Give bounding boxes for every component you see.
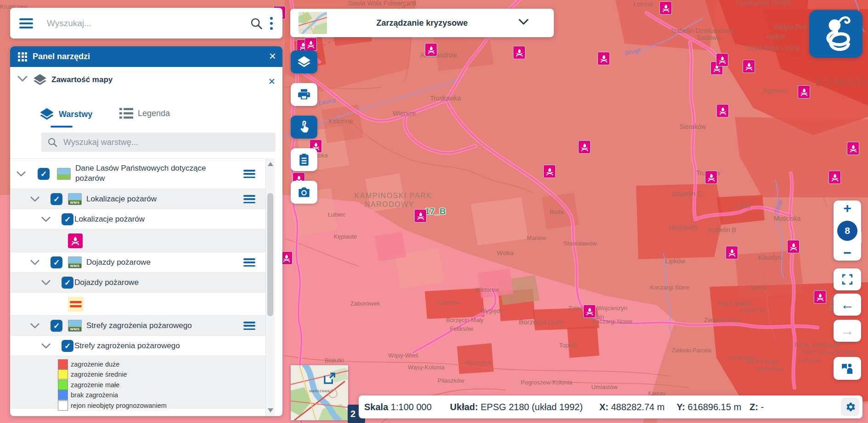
layer-symbol-row — [10, 292, 265, 315]
settings-button[interactable] — [841, 398, 859, 416]
layer-tree-row: ✓Lokalizacje pożarów — [10, 209, 265, 229]
chevron-down-icon[interactable] — [30, 323, 39, 331]
fire-location-marker[interactable] — [787, 240, 800, 253]
fullscreen-button[interactable] — [834, 268, 861, 290]
zoom-out-button[interactable]: − — [843, 246, 851, 260]
layer-menu-icon[interactable] — [243, 258, 255, 267]
fire-location-marker[interactable] — [513, 46, 525, 59]
screenshot-tool-button[interactable] — [291, 181, 317, 204]
gis-application: KrubiczewSowia Wola FolwarcznaŁomnaDziek… — [0, 0, 868, 423]
fire-location-marker[interactable] — [597, 52, 610, 65]
layers-tool-button[interactable] — [291, 50, 317, 73]
fire-location-marker[interactable] — [726, 246, 738, 259]
layer-label[interactable]: Strefy zagrożenia pożarowego — [74, 341, 180, 351]
layer-label[interactable]: Dane Lasów Państwowych dotyczące pożarów — [75, 163, 213, 184]
scroll-down-icon[interactable] — [268, 408, 273, 412]
report-tool-button[interactable] — [291, 148, 317, 171]
scale-value[interactable]: 1:100 000 — [391, 402, 432, 412]
select-tool-button[interactable] — [291, 116, 317, 139]
panel-close-icon[interactable]: × — [269, 49, 276, 63]
active-tab-underline — [51, 126, 73, 128]
legend-item: zagrożenie małe — [58, 379, 119, 390]
geoportal-logo[interactable] — [809, 10, 862, 58]
search-icon — [47, 137, 58, 148]
chevron-down-icon[interactable] — [41, 343, 51, 351]
wms-layer-icon: WMS — [68, 320, 82, 332]
map-context-dropdown[interactable]: Zarządzanie kryzysowe — [290, 9, 554, 37]
global-search-bar — [10, 8, 282, 39]
legend-item-label: brak zagrożenia — [71, 391, 118, 399]
search-input[interactable] — [46, 18, 249, 29]
layer-checkbox[interactable]: ✓ — [51, 320, 62, 332]
layer-menu-icon[interactable] — [243, 170, 255, 178]
tools-grid-icon — [18, 52, 27, 61]
arrow-left-icon: ← — [840, 297, 854, 312]
layer-label[interactable]: Lokalizacje pożarów — [74, 214, 145, 224]
fire-location-marker[interactable] — [578, 140, 591, 154]
chevron-down-icon[interactable] — [30, 259, 39, 267]
legend-color-swatch — [58, 359, 68, 369]
chevron-down-icon[interactable] — [41, 216, 51, 224]
layer-label[interactable]: Dojazdy pożarowe — [86, 257, 151, 267]
layer-checkbox[interactable]: ✓ — [51, 256, 62, 268]
legend-color-swatch — [58, 369, 68, 379]
fire-location-marker[interactable] — [847, 142, 859, 155]
section-close-icon[interactable]: × — [268, 75, 275, 88]
layer-checkbox[interactable]: ✓ — [62, 277, 73, 289]
chevron-down-icon[interactable] — [17, 171, 26, 179]
tab-warstwy[interactable]: Warstwy — [39, 107, 92, 121]
x-coordinate-value: 488282.74 m — [611, 402, 665, 412]
fire-location-marker[interactable] — [716, 104, 729, 117]
fire-location-marker[interactable] — [743, 60, 755, 73]
fire-location-marker[interactable] — [425, 43, 437, 56]
layer-checkbox[interactable]: ✓ — [51, 193, 62, 205]
fire-location-marker[interactable] — [705, 171, 717, 184]
fire-location-marker[interactable] — [414, 209, 427, 223]
layer-checkbox[interactable]: ✓ — [62, 213, 73, 225]
scrollbar-thumb[interactable] — [267, 193, 273, 316]
main-menu-icon[interactable] — [19, 18, 33, 28]
z-label: Z: — [750, 402, 758, 412]
scroll-up-icon[interactable] — [268, 162, 273, 166]
zoom-in-button[interactable]: + — [843, 201, 851, 215]
more-options-icon[interactable] — [270, 16, 273, 31]
layer-checkbox[interactable]: ✓ — [62, 340, 73, 352]
layer-menu-icon[interactable] — [243, 322, 255, 330]
tools-panel: Panel narzędzi × Zawartość mapy × Warstw… — [10, 46, 282, 416]
chevron-down-icon[interactable] — [30, 196, 39, 204]
panel-scrollbar[interactable] — [265, 158, 275, 416]
tab-legenda[interactable]: Legenda — [119, 107, 170, 119]
panel-header: Panel narzędzi × — [10, 46, 282, 67]
chevron-down-icon[interactable] — [41, 279, 51, 288]
streetview-button[interactable] — [834, 357, 861, 380]
image-layer-icon — [57, 168, 71, 180]
fire-location-marker[interactable] — [304, 38, 317, 51]
layer-label[interactable]: Strefy zagrożenia pożarowego — [86, 321, 192, 331]
layer-menu-icon[interactable] — [243, 195, 255, 203]
search-icon[interactable] — [249, 17, 263, 30]
next-view-button[interactable]: → — [834, 320, 861, 342]
layer-symbol-row — [10, 229, 265, 252]
previous-view-button[interactable]: ← — [834, 294, 861, 316]
layer-label[interactable]: Dojazdy pożarowe — [74, 278, 139, 288]
overview-minimap[interactable]: WARSZAWA — [291, 365, 348, 420]
layer-label[interactable]: Lokalizacje pożarów — [86, 194, 157, 204]
section-chevron-icon[interactable] — [17, 76, 28, 84]
fire-location-marker[interactable] — [798, 85, 810, 99]
legend-block: zagrożenie dużezagrożenie średniezagroże… — [10, 356, 265, 409]
fire-location-marker[interactable] — [583, 305, 596, 318]
fire-location-marker[interactable] — [716, 53, 728, 67]
layer-search-input[interactable] — [62, 137, 276, 148]
print-tool-button[interactable] — [291, 83, 317, 106]
minimap-expand-icon[interactable] — [322, 372, 337, 385]
fire-location-marker[interactable] — [829, 171, 841, 184]
crs-value[interactable]: EPSG 2180 (układ 1992) — [481, 402, 583, 412]
fire-location-marker[interactable] — [543, 165, 556, 178]
camera-icon — [298, 186, 310, 198]
fire-location-marker[interactable] — [814, 290, 826, 304]
zoom-control: + 8 − — [834, 200, 861, 261]
chevron-down-icon — [519, 19, 529, 25]
layer-checkbox[interactable]: ✓ — [38, 168, 50, 180]
fire-location-marker[interactable] — [659, 1, 672, 15]
layers-icon — [39, 107, 54, 121]
